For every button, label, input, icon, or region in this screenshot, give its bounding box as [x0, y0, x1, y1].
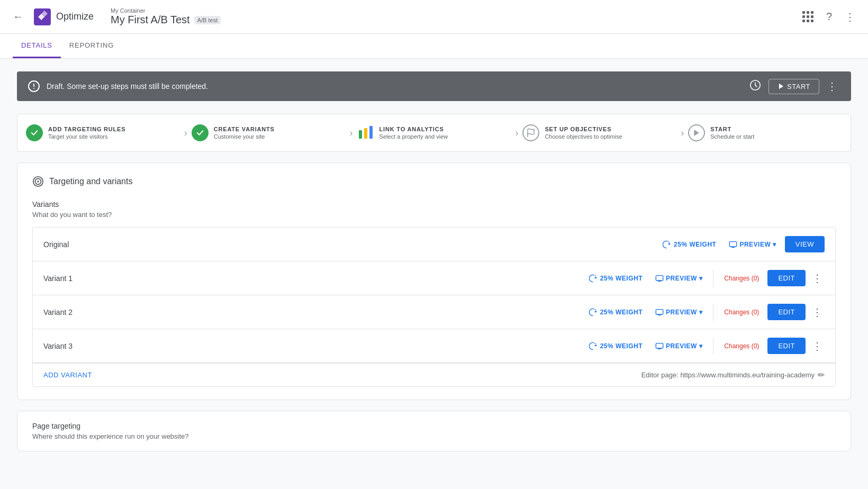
variant-name-2: Variant 2	[43, 308, 584, 316]
step-arrow-2: ›	[350, 128, 353, 139]
weight-icon-2	[589, 308, 597, 316]
step-arrow-3: ›	[515, 128, 518, 139]
top-navigation: ← Optimize My Container My First A/B Tes…	[0, 0, 868, 34]
weight-icon-1	[589, 274, 597, 283]
schedule-clock-button[interactable]	[746, 76, 764, 97]
weight-icon-original	[662, 240, 671, 249]
draft-banner: Draft. Some set-up steps must still be c…	[17, 71, 851, 101]
experiment-title-section: My Container My First A/B Test A/B test	[111, 7, 221, 26]
variants-label: Variants	[32, 200, 836, 209]
more-options-nav-button[interactable]: ⋮	[840, 6, 860, 28]
svg-rect-17	[656, 275, 663, 280]
svg-rect-23	[656, 343, 663, 348]
preview-button-3[interactable]: PREVIEW ▾	[651, 340, 707, 352]
svg-point-3	[33, 88, 34, 89]
step-start[interactable]: START Schedule or start	[688, 124, 842, 141]
check-icon	[30, 128, 39, 138]
variant-row-3: Variant 3 25% WEIGHT	[33, 329, 835, 363]
add-variant-button[interactable]: ADD VARIANT	[43, 371, 92, 379]
step-targeting[interactable]: ADD TARGETING RULES Target your site vis…	[26, 124, 180, 141]
preview-button-1[interactable]: PREVIEW ▾	[651, 272, 707, 285]
svg-rect-14	[730, 241, 737, 246]
play-icon	[777, 83, 785, 90]
step-analytics-icon	[357, 124, 374, 141]
step-targeting-icon	[26, 124, 43, 141]
grid-apps-button[interactable]	[798, 7, 818, 26]
optimize-logo-icon	[34, 8, 51, 25]
variant-name-1: Variant 1	[43, 274, 584, 283]
edit-button-1[interactable]: EDIT	[767, 270, 806, 286]
variant-actions-original: 25% WEIGHT PREVIEW ▾ VIEW	[658, 236, 825, 252]
svg-rect-20	[656, 309, 663, 314]
preview-button-original[interactable]: PREVIEW ▾	[725, 238, 780, 251]
preview-icon-1	[655, 274, 664, 283]
page-targeting-desc: Where should this experience run on your…	[32, 432, 836, 440]
weight-button-3[interactable]: 25% WEIGHT	[584, 340, 647, 352]
check-icon-2	[195, 128, 205, 138]
variant-row-original: Original 25% WEIGHT	[33, 228, 835, 261]
view-button-original[interactable]: VIEW	[785, 236, 825, 252]
step-arrow-1: ›	[184, 128, 187, 139]
step-objectives[interactable]: SET UP OBJECTIVES Choose objectives to o…	[522, 124, 676, 141]
app-name: Optimize	[56, 11, 94, 22]
svg-point-13	[37, 180, 39, 183]
clock-icon	[749, 79, 761, 91]
variants-table: Original 25% WEIGHT	[32, 227, 836, 387]
changes-button-2[interactable]: Changes (0)	[720, 306, 763, 318]
experiment-type-badge: A/B test	[194, 16, 221, 24]
svg-marker-10	[694, 130, 699, 136]
help-button[interactable]: ?	[822, 6, 836, 27]
tabs-bar: DETAILS REPORTING	[0, 34, 868, 59]
nav-actions: ? ⋮	[798, 6, 860, 28]
variant-row-1: Variant 1 25% WEIGHT	[33, 261, 835, 295]
setup-steps: ADD TARGETING RULES Target your site vis…	[17, 114, 851, 152]
variant-name-original: Original	[43, 240, 658, 249]
variant-name-3: Variant 3	[43, 342, 584, 350]
variants-sublabel: What do you want to test?	[32, 211, 836, 219]
edit-button-2[interactable]: EDIT	[767, 304, 806, 320]
tab-details[interactable]: DETAILS	[13, 34, 61, 58]
more-options-button-1[interactable]: ⋮	[810, 270, 825, 287]
step-objectives-icon	[522, 124, 539, 141]
changes-button-3[interactable]: Changes (0)	[720, 340, 763, 352]
tab-reporting[interactable]: REPORTING	[61, 34, 122, 58]
preview-button-2[interactable]: PREVIEW ▾	[651, 306, 707, 319]
preview-icon-original	[729, 240, 737, 249]
weight-icon-3	[589, 342, 597, 350]
svg-rect-7	[364, 128, 367, 139]
step-variants-icon	[192, 124, 209, 141]
weight-button-original[interactable]: 25% WEIGHT	[658, 238, 720, 251]
edit-button-3[interactable]: EDIT	[767, 338, 806, 354]
svg-rect-8	[369, 126, 373, 139]
variant-actions-2: 25% WEIGHT PREVIEW ▾ Changes (0) EDIT	[584, 304, 825, 321]
variant-actions-3: 25% WEIGHT PREVIEW ▾ Changes (0) EDIT	[584, 338, 825, 355]
more-options-button-2[interactable]: ⋮	[810, 304, 825, 321]
section-title: Targeting and variants	[32, 176, 836, 187]
weight-button-2[interactable]: 25% WEIGHT	[584, 306, 647, 319]
draft-warning-icon	[28, 80, 40, 93]
targeting-icon	[32, 176, 44, 187]
weight-button-1[interactable]: 25% WEIGHT	[584, 272, 647, 285]
preview-icon-3	[655, 342, 664, 350]
step-variants[interactable]: CREATE VARIANTS Customise your site	[192, 124, 346, 141]
page-targeting-section: Page targeting Where should this experie…	[17, 411, 851, 451]
variant-actions-1: 25% WEIGHT PREVIEW ▾ Changes (0) EDIT	[584, 270, 825, 287]
svg-marker-5	[779, 84, 783, 89]
changes-button-1[interactable]: Changes (0)	[720, 273, 763, 284]
svg-rect-6	[359, 130, 362, 139]
page-targeting-title: Page targeting	[32, 422, 836, 430]
back-button[interactable]: ←	[8, 6, 28, 27]
variant-row-2: Variant 2 25% WEIGHT	[33, 295, 835, 329]
more-options-button-3[interactable]: ⋮	[810, 338, 825, 355]
step-start-icon	[688, 124, 705, 141]
start-button[interactable]: START	[768, 79, 819, 94]
step-analytics[interactable]: LINK TO ANALYTICS Select a property and …	[357, 124, 511, 141]
container-label: My Container	[111, 7, 221, 14]
draft-actions: START ⋮	[746, 76, 840, 97]
targeting-variants-section: Targeting and variants Variants What do …	[17, 162, 851, 400]
variants-footer: ADD VARIANT Editor page: https://www.mul…	[33, 363, 835, 386]
edit-link-icon[interactable]: ✏	[818, 370, 825, 380]
banner-more-button[interactable]: ⋮	[824, 77, 840, 96]
editor-page-link: Editor page: https://www.multiminds.eu/t…	[641, 370, 825, 380]
grid-icon	[802, 11, 813, 22]
